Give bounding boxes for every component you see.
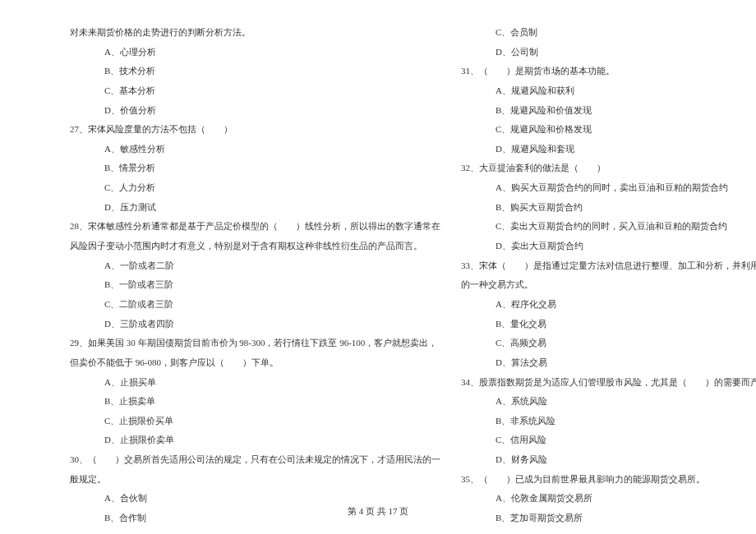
answer-option: C、信用风险	[461, 430, 756, 450]
question-line: 34、股票指数期货是为适应人们管理股市风险，尤其是（ ）的需要而产生的。	[461, 373, 756, 393]
answer-option: A、心理分析	[70, 43, 440, 62]
answer-option: D、公司制	[461, 43, 756, 62]
question-line: 29、如果美国 30 年期国债期货目前市价为 98-300，若行情往下跌至 96…	[70, 334, 440, 353]
answer-option: A、一阶或者二阶	[70, 256, 440, 276]
answer-option: C、基本分析	[70, 81, 440, 101]
answer-option: C、卖出大豆期货合约的同时，买入豆油和豆粕的期货合约	[461, 217, 756, 237]
question-line: 33、宋体（ ）是指通过定量方法对信息进行整理、加工和分析，并利用分析结果进行投…	[461, 256, 756, 276]
answer-option: C、二阶或者三阶	[70, 295, 440, 315]
answer-option: B、止损卖单	[70, 392, 440, 412]
answer-option: D、财务风险	[461, 450, 756, 470]
answer-option: D、止损限价卖单	[70, 430, 440, 450]
answer-option: C、高频交易	[461, 334, 756, 353]
right-column: C、会员制D、公司制31、（ ）是期货市场的基本功能。A、规避风险和获利B、规避…	[461, 23, 756, 528]
answer-option: C、规避风险和价格发现	[461, 120, 756, 140]
question-line: 风险因子变动小范围内时才有意义，特别是对于含有期权这种非线性衍生品的产品而言。	[70, 237, 440, 256]
question-line: 的一种交易方式。	[461, 275, 756, 295]
question-line: 35、（ ）已成为目前世界最具影响力的能源期货交易所。	[461, 470, 756, 490]
question-line: 般规定。	[70, 470, 440, 490]
answer-option: A、购买大豆期货合约的同时，卖出豆油和豆粕的期货合约	[461, 178, 756, 198]
answer-option: B、量化交易	[461, 315, 756, 334]
answer-option: D、算法交易	[461, 353, 756, 373]
answer-option: D、规避风险和套现	[461, 140, 756, 159]
answer-option: A、规避风险和获利	[461, 81, 756, 101]
answer-option: B、非系统风险	[461, 412, 756, 431]
question-line: 30、（ ）交易所首先适用公司法的规定，只有在公司法未规定的情况下，才适用民法的…	[70, 450, 440, 470]
answer-option: D、价值分析	[70, 101, 440, 121]
answer-option: D、三阶或者四阶	[70, 315, 440, 334]
answer-option: B、购买大豆期货合约	[461, 198, 756, 218]
question-line: 对未来期货价格的走势进行的判断分析方法。	[70, 23, 440, 43]
left-column: 对未来期货价格的走势进行的判断分析方法。A、心理分析B、技术分析C、基本分析D、…	[70, 23, 461, 528]
question-line: 28、宋体敏感性分析通常都是基于产品定价模型的（ ）线性分析，所以得出的数字通常…	[70, 217, 440, 237]
answer-option: B、情景分析	[70, 159, 440, 178]
answer-option: C、人力分析	[70, 178, 440, 198]
answer-option: D、压力测试	[70, 198, 440, 218]
answer-option: A、程序化交易	[461, 295, 756, 315]
page-footer: 第 4 页 共 17 页	[0, 505, 756, 518]
answer-option: B、规避风险和价值发现	[461, 101, 756, 121]
answer-option: B、一阶或者三阶	[70, 275, 440, 295]
answer-option: A、敏感性分析	[70, 140, 440, 159]
question-line: 31、（ ）是期货市场的基本功能。	[461, 62, 756, 81]
question-line: 但卖价不能低于 96-080，则客户应以（ ）下单。	[70, 353, 440, 373]
answer-option: A、止损买单	[70, 373, 440, 393]
answer-option: C、止损限价买单	[70, 412, 440, 431]
answer-option: A、系统风险	[461, 392, 756, 412]
answer-option: C、会员制	[461, 23, 756, 43]
question-line: 32、大豆提油套利的做法是（ ）	[461, 159, 756, 178]
answer-option: B、技术分析	[70, 62, 440, 81]
question-line: 27、宋体风险度量的方法不包括（ ）	[70, 120, 440, 140]
answer-option: D、卖出大豆期货合约	[461, 237, 756, 256]
document-content: 对未来期货价格的走势进行的判断分析方法。A、心理分析B、技术分析C、基本分析D、…	[0, 0, 756, 528]
